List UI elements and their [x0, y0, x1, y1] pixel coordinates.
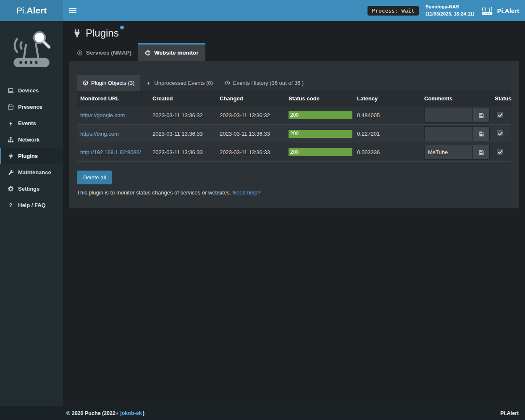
inner-tabs: Plugin Objects (3) Unprocessed Events (0…	[77, 75, 511, 91]
bolt-icon	[146, 81, 151, 86]
save-icon	[478, 150, 484, 155]
status-checkbox[interactable]	[497, 130, 503, 136]
comment-input-group	[424, 108, 490, 123]
host-info: Synology-NAS (11/03/2023, 16:24:11)	[425, 3, 474, 17]
sidebar-item-label: Network	[18, 136, 39, 143]
plugin-objects-table: Monitored URL Created Changed Status cod…	[77, 91, 511, 162]
sidebar-item-label: Maintenance	[18, 169, 51, 176]
sidebar-toggle-button[interactable]	[63, 0, 82, 21]
save-comment-button[interactable]	[473, 145, 490, 160]
col-monitored-url: Monitored URL	[77, 91, 149, 106]
comment-input[interactable]	[424, 145, 473, 160]
table-row: http://192.168.1.82:8086/ 2023-03-11 13:…	[77, 143, 511, 162]
save-comment-button[interactable]	[473, 126, 490, 141]
wrench-icon	[7, 170, 14, 176]
table-row: https://google.com 2023-03-11 13:36:32 2…	[77, 106, 511, 125]
col-status-code: Status code	[285, 91, 354, 106]
need-help-link[interactable]: Need help?	[233, 189, 261, 196]
tab-services-nmap[interactable]: Services (NMAP)	[70, 43, 138, 61]
status-code-bar: 200	[289, 111, 352, 119]
sidebar-menu: Devices Presence Events Network Plugins	[0, 82, 63, 213]
sidebar-item-label: Plugins	[18, 153, 38, 159]
comment-input[interactable]	[424, 126, 473, 141]
created-cell: 2023-03-11 13:36:33	[149, 143, 216, 162]
navbar: Process: Wait Synology-NAS (11/03/2023, …	[63, 0, 525, 21]
mid-region: Devices Presence Events Network Plugins	[0, 21, 525, 406]
sidebar-item-label: Presence	[18, 104, 42, 110]
tab-unprocessed-events[interactable]: Unprocessed Events (0)	[140, 75, 218, 91]
brand-light: Pi.	[16, 5, 27, 16]
monitored-url-link[interactable]: http://192.168.1.82:8086/	[80, 149, 141, 155]
brand-logo[interactable]: Pi.Alert	[0, 0, 63, 21]
changed-cell: 2023-03-11 13:36:32	[216, 106, 285, 125]
top-bar: Pi.Alert Process: Wait Synology-NAS (11/…	[0, 0, 525, 21]
col-changed: Changed	[216, 91, 285, 106]
save-icon	[478, 113, 484, 118]
tab-label: Website monitor	[154, 50, 199, 56]
delete-all-button[interactable]: Delete all	[77, 171, 112, 184]
navbar-app-label: Pi.Alert	[497, 7, 519, 14]
sidebar-item-maintenance[interactable]: Maintenance	[0, 164, 63, 181]
save-icon	[478, 131, 484, 137]
sidebar-item-devices[interactable]: Devices	[0, 82, 63, 99]
changed-cell: 2023-03-11 13:36:33	[216, 143, 285, 162]
status-code-bar: 200	[289, 148, 352, 156]
globe-icon	[145, 50, 151, 56]
tab-events-history[interactable]: Events History (36 out of 36 )	[219, 75, 310, 91]
website-monitor-panel: Plugin Objects (3) Unprocessed Events (0…	[69, 61, 519, 208]
comment-input-group	[424, 145, 490, 160]
table-header-row: Monitored URL Created Changed Status cod…	[77, 91, 511, 106]
footer-copyright: © 2020 Puche (2022+jokob-sk)	[66, 410, 144, 416]
tab-website-monitor[interactable]: Website monitor	[138, 43, 205, 61]
laptop-icon	[7, 87, 14, 94]
sidebar-item-label: Events	[18, 120, 36, 126]
calendar-icon	[7, 104, 14, 110]
process-status-badge: Process: Wait	[368, 6, 419, 16]
question-icon: ?	[7, 202, 14, 208]
hamburger-icon	[69, 8, 76, 9]
sidebar: Devices Presence Events Network Plugins	[0, 21, 63, 406]
main-content: Plugins Services (NMAP) Website monitor …	[63, 21, 525, 406]
sidebar-item-network[interactable]: Network	[0, 131, 63, 148]
monitored-url-link[interactable]: https://bing.com	[80, 131, 119, 137]
table-body: https://google.com 2023-03-11 13:36:32 2…	[77, 106, 511, 162]
status-checkbox[interactable]	[497, 149, 503, 155]
clock-icon	[225, 80, 230, 86]
tab-plugin-objects[interactable]: Plugin Objects (3)	[77, 75, 140, 91]
col-latency: Latency	[354, 91, 421, 106]
page-header: Plugins	[69, 21, 519, 43]
comment-input[interactable]	[424, 108, 473, 123]
inner-tab-label: Unprocessed Events (0)	[154, 80, 213, 86]
latency-cell: 0.003336	[354, 143, 421, 162]
sidebar-item-presence[interactable]: Presence	[0, 99, 63, 115]
save-comment-button[interactable]	[473, 108, 490, 123]
navbar-right: Process: Wait Synology-NAS (11/03/2023, …	[368, 3, 519, 17]
created-cell: 2023-03-11 13:36:32	[149, 106, 216, 125]
router-icon	[481, 6, 494, 16]
status-checkbox[interactable]	[497, 112, 503, 118]
changed-cell: 2023-03-11 13:36:33	[216, 125, 285, 143]
network-icon	[7, 136, 14, 143]
sidebar-item-plugins[interactable]: Plugins	[0, 148, 63, 164]
host-timestamp: (11/03/2023, 16:24:11)	[425, 10, 474, 18]
navbar-app[interactable]: Pi.Alert	[481, 6, 519, 16]
sidebar-item-help-faq[interactable]: ? Help / FAQ	[0, 197, 63, 213]
created-cell: 2023-03-11 13:36:33	[149, 125, 216, 143]
sidebar-item-settings[interactable]: Settings	[0, 181, 63, 197]
col-comments: Comments	[421, 91, 491, 106]
tab-label: Services (NMAP)	[86, 50, 131, 56]
sidebar-item-events[interactable]: Events	[0, 115, 63, 131]
pialert-logo	[0, 21, 63, 82]
sidebar-item-label: Settings	[18, 186, 39, 192]
monitored-url-link[interactable]: https://google.com	[80, 112, 125, 118]
cube-icon	[83, 80, 88, 86]
plugin-help-text: This plugin is to monitor status changes…	[77, 189, 511, 196]
author-link[interactable]: jokob-sk	[120, 410, 142, 416]
table-row: https://bing.com 2023-03-11 13:36:33 202…	[77, 125, 511, 143]
title-info-badge[interactable]	[120, 26, 124, 29]
app-root: Pi.Alert Process: Wait Synology-NAS (11/…	[0, 0, 525, 420]
sidebar-item-label: Devices	[18, 87, 39, 94]
page-title: Plugins	[86, 27, 119, 39]
nmap-services-icon	[77, 50, 83, 56]
plug-icon	[7, 153, 14, 159]
